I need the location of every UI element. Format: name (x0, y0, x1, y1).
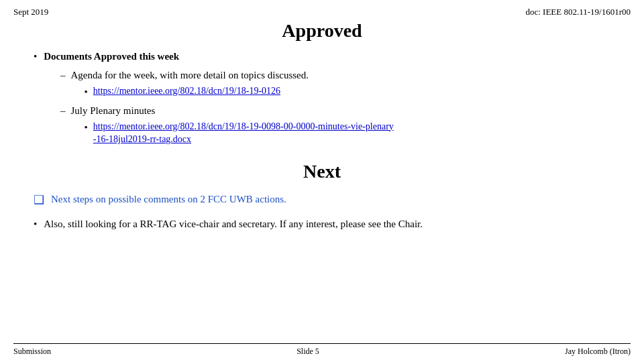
dash-2: – (60, 103, 66, 119)
sub-bullet-dot-2: • (85, 120, 88, 135)
footer-submission: Submission (13, 347, 51, 357)
footer-slide-number: Slide 5 (297, 347, 319, 357)
checkbox-item: ❑ Next steps on possible comments on 2 F… (34, 192, 631, 207)
sub-sub-item-1: • https://mentor.ieee.org/802.18/dcn/19/… (85, 84, 309, 100)
sub-sub-item-2: • https://mentor.ieee.org/802.18/dcn/19/… (85, 120, 394, 146)
header-doc: doc: IEEE 802.11-19/1601r00 (525, 7, 631, 17)
footer: Submission Slide 5 Jay Holcomb (Itron) (13, 343, 631, 357)
content-area: • Documents Approved this week – Agenda … (13, 50, 631, 147)
also-bullet-dot: • (34, 217, 37, 232)
sub-bullet-dot-1: • (85, 84, 88, 100)
checkbox-icon: ❑ (34, 192, 44, 207)
sub-sub-list-2: • https://mentor.ieee.org/802.18/dcn/19/… (85, 120, 394, 146)
sub-list: – Agenda for the week, with more detail … (60, 68, 610, 147)
header-date: Sept 2019 (13, 7, 48, 17)
slide: Sept 2019 doc: IEEE 802.11-19/1601r00 Ap… (0, 0, 644, 362)
main-bullet: • Documents Approved this week (34, 50, 610, 64)
agenda-link[interactable]: https://mentor.ieee.org/802.18/dcn/19/18… (93, 84, 280, 98)
approved-title: Approved (13, 20, 631, 42)
sub-sub-list-1: • https://mentor.ieee.org/802.18/dcn/19/… (85, 84, 309, 100)
header: Sept 2019 doc: IEEE 802.11-19/1601r00 (13, 7, 631, 17)
also-bullet: • Also, still looking for a RR-TAG vice-… (34, 217, 631, 232)
dash-1: – (60, 68, 66, 83)
main-bullet-text: Documents Approved this week (44, 50, 179, 64)
checkbox-text: Next steps on possible comments on 2 FCC… (51, 192, 286, 207)
sub-item-minutes-text: July Plenary minutes (71, 105, 156, 116)
sub-item-minutes: – July Plenary minutes • https://mentor.… (60, 103, 610, 147)
sub-item-agenda: – Agenda for the week, with more detail … (60, 68, 610, 101)
footer-author: Jay Holcomb (Itron) (565, 347, 631, 357)
minutes-link[interactable]: https://mentor.ieee.org/802.18/dcn/19/18… (93, 120, 394, 146)
approved-title-section: Approved (13, 20, 631, 42)
next-title-section: Next (13, 161, 631, 182)
bullet-dot: • (34, 50, 37, 64)
next-title: Next (13, 161, 631, 182)
also-text: Also, still looking for a RR-TAG vice-ch… (44, 217, 423, 232)
sub-item-agenda-text: Agenda for the week, with more detail on… (71, 70, 309, 80)
